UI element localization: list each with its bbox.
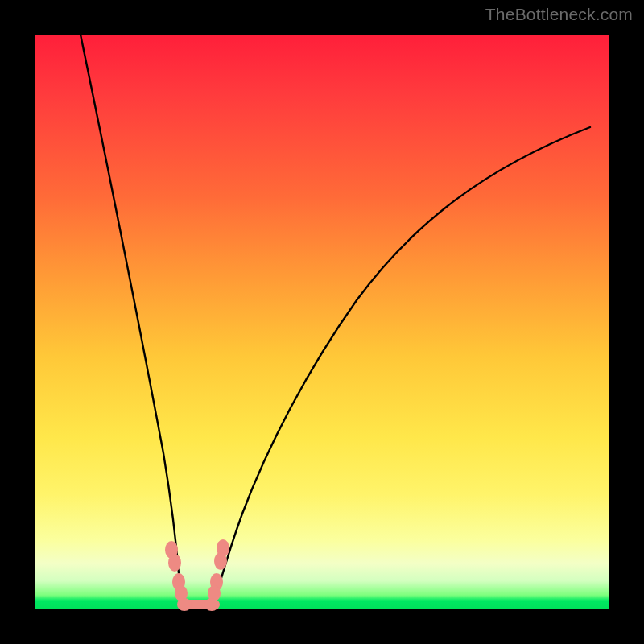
left-marker-upper-b: [168, 554, 181, 572]
watermark-text: TheBottleneck.com: [485, 5, 633, 24]
bottom-marker-cluster: [177, 598, 220, 611]
right-marker-cluster: [208, 539, 229, 601]
right-curve: [213, 127, 590, 605]
plot-area: [35, 35, 609, 609]
right-marker-upper-b: [214, 552, 227, 570]
left-marker-cluster: [165, 541, 188, 601]
left-curve: [80, 35, 183, 605]
bottom-marker-b: [204, 598, 219, 611]
bottom-marker-a: [177, 598, 192, 611]
curve-layer: [35, 35, 609, 609]
chart-frame: TheBottleneck.com: [0, 0, 644, 644]
